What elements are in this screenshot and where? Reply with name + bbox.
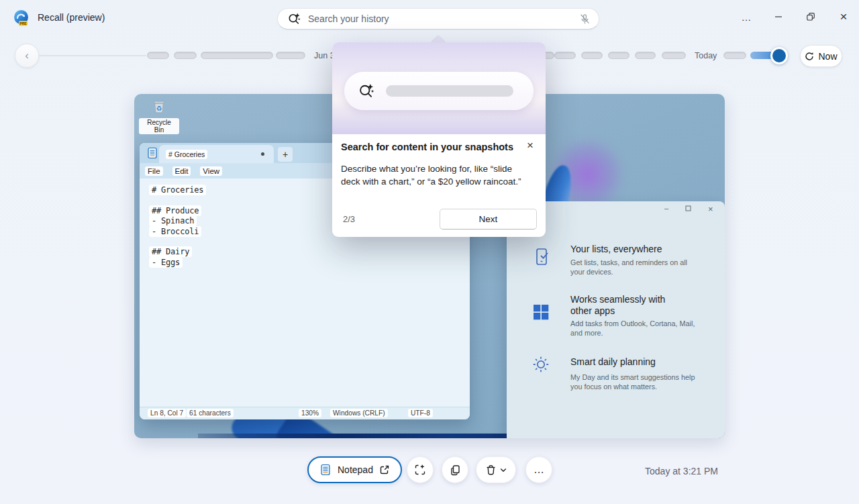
svg-text:PRE: PRE (19, 21, 27, 26)
open-app-label: Notepad (338, 464, 373, 475)
new-tab-button[interactable]: + (278, 147, 293, 162)
status-zoom-level: 130% (299, 409, 321, 417)
history-search-bar[interactable] (277, 8, 599, 30)
timeline-today-label: Today (695, 51, 717, 60)
snip-sparkle-icon (414, 464, 426, 476)
status-cursor-position: Ln 8, Col 7 (148, 409, 186, 417)
app-icon: PRE (12, 9, 30, 30)
menu-edit[interactable]: Edit (172, 166, 191, 176)
tutorial-popup: Search for content in your snapshots × D… (332, 42, 546, 237)
timeline-segment[interactable] (635, 52, 656, 59)
placeholder-bar (386, 85, 513, 97)
tutorial-title: Search for content in your snapshots (341, 142, 513, 152)
notepad-app-icon (319, 464, 332, 476)
phone-check-icon (534, 247, 553, 270)
restore-icon (806, 12, 815, 21)
sun-icon (531, 354, 551, 377)
notepad-tab-groceries[interactable]: # Groceries (159, 145, 274, 163)
notepad-text-line: - Broccoli (149, 226, 201, 237)
status-character-count: 61 characters (187, 409, 234, 417)
todo-feature-desc: Add tasks from Outlook, Cortana, Mail, a… (570, 319, 698, 338)
timeline-axis (39, 55, 146, 56)
todo-restore-icon (685, 205, 691, 213)
tutorial-close-button[interactable]: × (522, 138, 538, 154)
chevron-down-icon (500, 468, 507, 472)
status-encoding: UTF-8 (408, 409, 433, 417)
status-line-endings: Windows (CRLF) (330, 409, 388, 417)
timeline-date-label: Jun 3 (314, 51, 335, 60)
recycle-bin-label: Recycle Bin (139, 118, 179, 134)
close-button[interactable]: × (833, 7, 854, 26)
tutorial-searchbar-illustration (344, 72, 534, 110)
timeline-segment[interactable] (554, 52, 576, 59)
timeline-slider-knob[interactable] (770, 47, 788, 64)
menu-view[interactable]: View (200, 166, 222, 176)
todo-feature-title: Works seamlessly with other apps (570, 294, 688, 317)
timeline-segment[interactable] (662, 52, 686, 59)
toolbar-more-button[interactable]: … (525, 456, 552, 483)
notepad-text-line: ## Produce (149, 205, 201, 216)
now-button-label: Now (818, 51, 837, 62)
open-in-notepad-button[interactable]: Notepad (307, 456, 402, 483)
tutorial-step-indicator: 2/3 (343, 214, 355, 224)
notepad-text-line: ## Dairy (149, 246, 192, 257)
timeline-segment[interactable] (608, 52, 629, 59)
page-title: Recall (preview) (38, 12, 105, 23)
todo-close-icon: × (708, 204, 713, 214)
restore-button[interactable] (801, 7, 821, 26)
menu-file[interactable]: File (145, 166, 163, 176)
timeline-segment[interactable] (174, 52, 197, 59)
timeline-segment[interactable] (723, 52, 746, 59)
notepad-text-line: - Spinach (149, 215, 197, 226)
mic-off-icon[interactable] (579, 13, 591, 25)
now-button[interactable]: Now (800, 45, 842, 67)
copy-button[interactable] (442, 456, 468, 483)
timeline-segment[interactable] (147, 52, 169, 59)
todo-feature-desc: Get lists, tasks, and reminders on all y… (570, 258, 693, 276)
delete-button[interactable] (476, 456, 516, 483)
notepad-status-bar: Ln 8, Col 7 61 characters 130% Windows (… (140, 407, 470, 419)
notepad-text-line: - Eggs (149, 257, 183, 268)
snapshot-timestamp: Today at 3:21 PM (604, 466, 718, 476)
todo-feature-title: Smart daily planning (570, 356, 656, 367)
tutorial-next-button[interactable]: Next (440, 209, 537, 230)
external-link-icon (379, 464, 390, 475)
unsaved-indicator-dot (261, 152, 264, 156)
notepad-text-line: # Groceries (149, 185, 206, 195)
recycle-bin-icon: ♻ (150, 97, 168, 115)
timeline-segment[interactable] (581, 52, 603, 59)
search-sparkle-icon (358, 83, 375, 100)
notepad-blank-line (149, 236, 470, 246)
recycle-bin-shortcut[interactable]: ♻ Recycle Bin (139, 97, 179, 135)
todo-feature-title: Your lists, everywhere (570, 244, 662, 254)
timeline-back-button[interactable]: ‹ (15, 44, 39, 68)
minimize-icon (774, 13, 782, 21)
todo-minimize-icon: – (664, 204, 668, 212)
tutorial-body-text: Describe what you’re looking for, like “… (341, 163, 527, 188)
timeline-segment[interactable] (276, 52, 305, 59)
notepad-tab-label: # Groceries (166, 150, 207, 159)
notepad-app-icon (146, 147, 158, 162)
minimize-button[interactable] (768, 7, 789, 26)
refresh-icon (805, 52, 814, 61)
trash-icon (485, 464, 497, 476)
windows-logo-icon (533, 303, 550, 323)
search-input[interactable] (308, 13, 579, 24)
tutorial-illustration (332, 42, 546, 134)
copy-icon (450, 464, 461, 476)
svg-text:♻: ♻ (156, 105, 162, 112)
titlebar-more-button[interactable]: … (736, 7, 756, 26)
todo-feature-desc: My Day and its smart suggestions help yo… (570, 373, 699, 391)
click-to-do-button[interactable] (407, 456, 434, 483)
timeline-segment[interactable] (201, 52, 273, 59)
search-sparkle-icon (287, 12, 301, 26)
